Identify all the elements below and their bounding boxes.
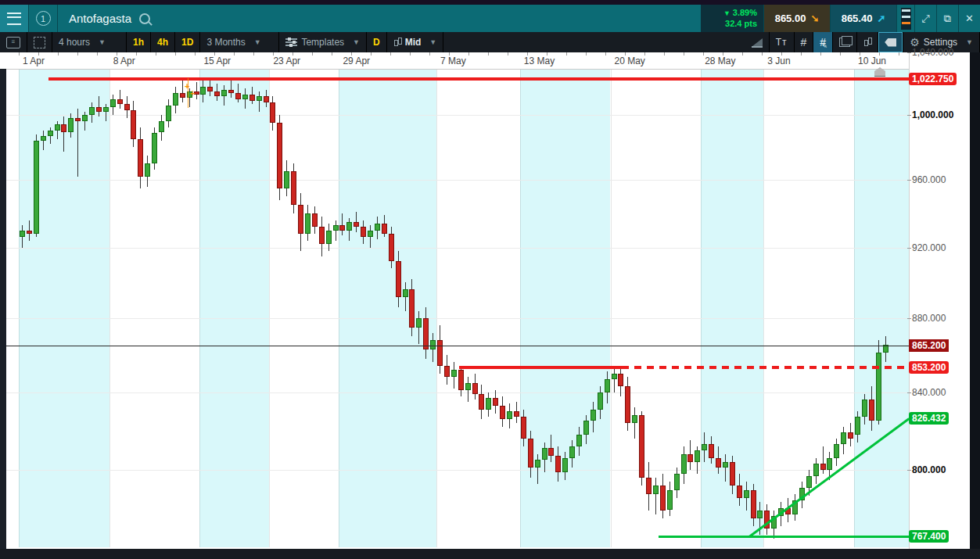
day-tick bbox=[723, 52, 723, 56]
candle-down bbox=[389, 234, 394, 261]
candle-down bbox=[27, 231, 32, 234]
candle-down bbox=[298, 205, 303, 234]
x-axis-label: 23 Apr bbox=[273, 56, 300, 66]
x-axis-label: 8 Apr bbox=[113, 56, 135, 66]
x-axis-label: 15 Apr bbox=[203, 56, 231, 66]
candle-up bbox=[284, 171, 289, 188]
candle-down bbox=[646, 478, 652, 494]
candle-down bbox=[180, 93, 185, 98]
candle-up bbox=[695, 450, 700, 462]
day-tick bbox=[19, 52, 20, 56]
candle-down bbox=[319, 227, 325, 244]
candle-wick bbox=[231, 79, 232, 98]
candle-down bbox=[131, 110, 136, 139]
candle-up bbox=[187, 91, 192, 98]
candle-down bbox=[291, 171, 296, 205]
day-tick bbox=[527, 52, 528, 56]
x-axis-label: 28 May bbox=[705, 56, 735, 66]
day-tick bbox=[781, 52, 782, 56]
price-axis[interactable] bbox=[909, 52, 971, 549]
candle-up bbox=[68, 118, 74, 132]
price-gridline bbox=[6, 115, 909, 116]
day-tick bbox=[117, 52, 117, 56]
candle-down bbox=[61, 124, 66, 132]
candle-down bbox=[479, 394, 484, 409]
day-tick bbox=[38, 52, 39, 56]
candle-up bbox=[591, 410, 596, 421]
candle-up bbox=[612, 374, 617, 379]
candle-up bbox=[152, 133, 157, 163]
day-tick bbox=[879, 52, 880, 56]
week-gridline bbox=[339, 69, 339, 547]
day-tick bbox=[742, 52, 743, 56]
day-tick bbox=[410, 52, 411, 56]
chart-plot-area[interactable] bbox=[0, 0, 980, 559]
candle-wick bbox=[418, 311, 419, 344]
day-tick bbox=[547, 52, 547, 56]
week-gridline bbox=[520, 69, 521, 547]
day-tick bbox=[175, 52, 176, 56]
week-gridline bbox=[701, 69, 702, 547]
price-gridline bbox=[6, 318, 909, 319]
date-axis[interactable]: 1 Apr8 Apr15 Apr23 Apr29 Apr7 May13 May2… bbox=[0, 52, 980, 70]
candle-down bbox=[751, 490, 756, 518]
candle-up bbox=[145, 163, 150, 177]
week-gridline bbox=[109, 69, 110, 547]
day-tick bbox=[566, 52, 567, 56]
candle-up bbox=[702, 444, 707, 450]
week-gridline bbox=[19, 69, 20, 547]
candle-up bbox=[486, 398, 491, 410]
candle-up bbox=[681, 454, 687, 474]
candle-up bbox=[257, 96, 262, 101]
week-gridline bbox=[199, 69, 200, 547]
candle-up bbox=[598, 392, 603, 410]
candle-up bbox=[305, 213, 311, 234]
candle-up bbox=[346, 222, 352, 231]
candle-wick bbox=[405, 282, 406, 310]
candle-up bbox=[333, 225, 339, 231]
candle-up bbox=[375, 224, 380, 231]
candle-down bbox=[264, 96, 269, 102]
day-tick bbox=[390, 52, 391, 56]
candle-up bbox=[173, 93, 178, 106]
day-tick bbox=[899, 52, 899, 56]
candle-up bbox=[862, 400, 867, 417]
candle-up bbox=[653, 486, 659, 493]
candle-up bbox=[166, 106, 171, 121]
left-edge-strip bbox=[0, 69, 6, 549]
candle-up bbox=[200, 87, 206, 95]
day-tick bbox=[214, 52, 215, 56]
bottom-edge-strip bbox=[0, 549, 980, 559]
candle-up bbox=[110, 99, 116, 107]
day-tick bbox=[97, 52, 98, 56]
day-tick bbox=[273, 52, 274, 56]
candle-up bbox=[507, 411, 512, 419]
day-tick bbox=[508, 52, 508, 56]
candle-down bbox=[194, 91, 199, 95]
candle-up bbox=[674, 474, 680, 489]
x-axis-label: 13 May bbox=[524, 56, 555, 66]
candle-up bbox=[41, 136, 46, 141]
day-tick bbox=[351, 52, 352, 56]
day-tick bbox=[684, 52, 684, 56]
x-axis-label: 7 May bbox=[440, 56, 466, 66]
candle-up bbox=[55, 124, 60, 131]
price-gridline bbox=[6, 180, 909, 181]
week-gridline bbox=[611, 69, 612, 547]
right-edge-strip bbox=[970, 52, 980, 559]
day-tick bbox=[703, 52, 704, 56]
candle-down bbox=[687, 454, 693, 462]
candle-up bbox=[562, 458, 568, 472]
week-band bbox=[339, 69, 436, 547]
day-tick bbox=[136, 52, 137, 56]
candle-down bbox=[528, 439, 533, 468]
day-tick bbox=[156, 52, 156, 56]
x-axis-label: 3 Jun bbox=[767, 56, 790, 66]
candle-wick bbox=[182, 81, 183, 102]
candle-up bbox=[632, 415, 637, 423]
candle-down bbox=[820, 464, 826, 470]
day-tick bbox=[234, 52, 235, 56]
candle-up bbox=[326, 231, 332, 245]
candle-up bbox=[744, 490, 749, 498]
week-gridline bbox=[436, 69, 437, 547]
